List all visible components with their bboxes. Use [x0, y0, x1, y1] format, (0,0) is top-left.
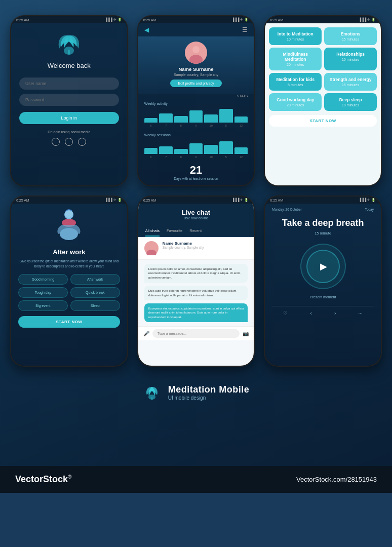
username-input[interactable] [19, 77, 119, 90]
chat-title: Live chat [145, 209, 247, 216]
tab-all-chats[interactable]: All chats [145, 226, 160, 237]
chat-contact[interactable]: Name Surname Sample country, Sample city [138, 237, 254, 260]
chart-labels-1: 6 7 8 9 10 5 12 [144, 124, 248, 127]
days-desc: Days with at least one session [138, 177, 254, 180]
category-card-2[interactable]: Mindfulness Meditation 20 minutes [269, 48, 322, 70]
app-title: Meditation Mobile [168, 384, 250, 395]
mic-icon[interactable]: 🎤 [143, 331, 149, 336]
back-nav-icon[interactable]: ‹ [310, 310, 312, 316]
menu-icon[interactable]: ☰ [242, 26, 248, 33]
cat-title-5: Strength and energy [327, 77, 374, 82]
bar-3 [174, 116, 188, 123]
status-bar-3: 6:25 AM ▐▐▐ ✈ 🔋 [265, 16, 381, 23]
category-card-6[interactable]: Good working day 20 minutes [269, 93, 322, 111]
circle-inner: ▶ [306, 250, 340, 283]
category-card-5[interactable]: Strength and energy 15 minutes [324, 73, 377, 91]
lotus-logo-icon [55, 31, 83, 57]
mood-buttons-grid: Good morning After work Tough day Quick … [18, 274, 120, 311]
status-bar-1: 6:25 AM ▐▐▐ ✈ 🔋 [11, 16, 127, 23]
phone-afterwork: 6:25 AM ▐▐▐ ✈ 🔋 After work Give yourself… [10, 196, 128, 367]
start-now-button[interactable]: START NOW [269, 115, 377, 127]
forward-nav-icon[interactable]: › [334, 310, 336, 316]
chat-contact-info: Name Surname Sample country, Sample city [163, 241, 204, 255]
cat-time-0: 10 minutes [272, 37, 319, 41]
time-3: 6:25 AM [270, 18, 283, 22]
category-card-3[interactable]: Relationships 10 minutes [324, 48, 377, 70]
category-card-0[interactable]: Into to Meditation 10 minutes [269, 27, 322, 45]
breathe-circle[interactable]: ▶ [300, 244, 346, 289]
chat-contact-location: Sample country, Sample city [163, 246, 204, 249]
svg-rect-1 [68, 50, 70, 55]
profile-name: Name Surname [178, 66, 213, 72]
profile-location: Sample country, Sample city [174, 73, 218, 76]
category-card-4[interactable]: Meditation for kids 5 minutes [269, 73, 322, 91]
category-card-1[interactable]: Emotions 15 minutes [324, 27, 377, 45]
tab-favourite[interactable]: Favourite [167, 226, 182, 237]
tab-recent[interactable]: Recent [189, 226, 202, 237]
cat-title-4: Meditation for kids [272, 77, 319, 82]
current-date: Monday, 26 October [272, 208, 301, 211]
vectorstock-url: VectorStock.com/28151943 [296, 476, 377, 483]
mood-btn-5[interactable]: Sleep [70, 300, 120, 311]
edit-profile-button[interactable]: Edit profile and privacy [170, 80, 222, 87]
brand-lotus-icon [143, 384, 161, 401]
play-icon: ▶ [320, 261, 327, 272]
bar-2 [159, 113, 173, 123]
password-input[interactable] [19, 94, 119, 106]
more-icon[interactable]: ··· [359, 310, 363, 316]
mood-btn-3[interactable]: Quick break [70, 287, 120, 298]
bar-4 [189, 110, 203, 123]
mood-btn-4[interactable]: Big event [18, 300, 68, 311]
mood-btn-0[interactable]: Good morning [18, 274, 68, 285]
bar-1 [144, 118, 158, 123]
weekly-activity-chart: Weekly activity 6 7 8 9 [138, 100, 254, 129]
avatar [185, 42, 207, 64]
send-icon[interactable]: 📷 [243, 331, 249, 336]
phone-livechat: 6:25 AM ▐▐▐ ✈ 🔋 Live chat 352 now online… [137, 196, 255, 367]
phone-login: 6:25 AM ▐▐▐ ✈ 🔋 Welcome back [10, 15, 128, 186]
social-icon-1[interactable] [52, 138, 60, 146]
phone-breathe: 6:25 AM ▐▐▐ ✈ 🔋 Monday, 26 October Today… [264, 196, 382, 367]
svg-point-7 [60, 228, 78, 240]
bar-7 [234, 116, 248, 123]
chart-labels-2: 6 7 8 9 10 5 12 [144, 155, 248, 159]
weekly-sessions-chart: Weekly sessions 6 7 8 9 [138, 131, 254, 161]
date-bar: Monday, 26 October Today [272, 208, 374, 211]
cat-time-3: 10 minutes [327, 58, 374, 61]
mood-btn-2[interactable]: Tough day [18, 287, 68, 298]
avatar-section: Name Surname Sample country, Sample city… [138, 36, 254, 94]
phones-bottom-row: 6:25 AM ▐▐▐ ✈ 🔋 After work Give yourself… [10, 196, 382, 367]
present-moment-label: Present moment [310, 295, 336, 299]
today-label: Today [365, 208, 374, 211]
category-card-7[interactable]: Deep sleep 10 minutes [324, 93, 377, 111]
signal-6: ▐▐▐ ✈ 🔋 [359, 198, 376, 202]
app-subtitle: UI mobile design [168, 395, 250, 401]
cat-title-6: Good working day [272, 97, 319, 102]
social-login-text: Or login using social media [48, 130, 90, 134]
back-icon[interactable]: ◀ [144, 26, 149, 33]
bar-6 [219, 109, 233, 123]
chat-messages: Lorem ipsum dolor sit amet, consectetur … [138, 260, 254, 326]
phone-profile: 6:25 AM ▐▐▐ ✈ 🔋 ◀ ☰ Name Su [137, 15, 255, 186]
chat-input[interactable] [152, 329, 240, 338]
afterwork-start-button[interactable]: START NOW [18, 316, 120, 328]
sbar-5 [204, 145, 218, 154]
categories-screen: Into to Meditation 10 minutes Emotions 1… [265, 23, 381, 185]
phones-top-row: 6:25 AM ▐▐▐ ✈ 🔋 Welcome back [10, 15, 382, 186]
breathe-duration: 15 minute [315, 231, 331, 236]
categories-grid: Into to Meditation 10 minutes Emotions 1… [269, 27, 377, 111]
cat-title-3: Relationships [327, 52, 374, 57]
login-button[interactable]: Login in [19, 112, 119, 124]
days-count: 21 [138, 164, 254, 177]
cat-time-6: 20 minutes [272, 103, 319, 107]
social-icon-2[interactable] [65, 138, 73, 146]
login-screen: Welcome back Login in Or login using soc… [11, 23, 127, 185]
afterwork-screen: After work Give yourself the gift of med… [11, 204, 127, 366]
main-background: 6:25 AM ▐▐▐ ✈ 🔋 Welcome back [0, 0, 392, 466]
svg-point-10 [146, 250, 156, 255]
svg-point-9 [148, 243, 154, 249]
heart-icon[interactable]: ♡ [283, 310, 288, 316]
brand-text: Meditation Mobile UI mobile design [168, 384, 250, 401]
social-icon-3[interactable] [78, 138, 86, 146]
mood-btn-1[interactable]: After work [70, 274, 120, 285]
